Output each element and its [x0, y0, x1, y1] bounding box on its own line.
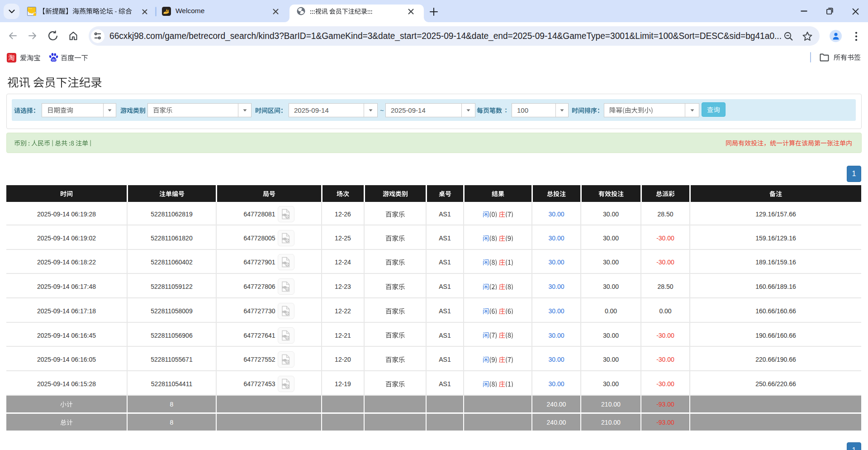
svg-text:du: du: [52, 57, 55, 62]
